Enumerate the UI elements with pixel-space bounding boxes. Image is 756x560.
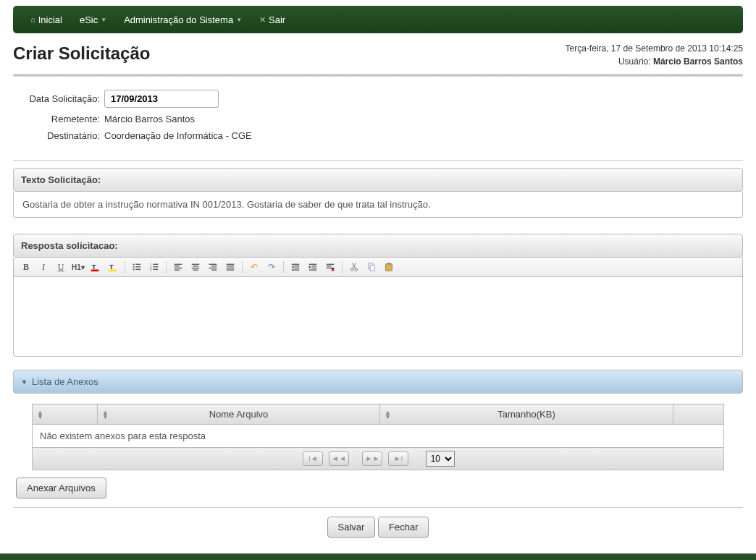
svg-rect-43 (327, 266, 332, 266)
svg-rect-23 (193, 270, 198, 271)
cut-button[interactable] (346, 260, 362, 274)
svg-point-4 (133, 263, 135, 265)
destinatario-value: Coordenação de Informática - CGE (104, 130, 252, 141)
svg-point-8 (133, 268, 135, 270)
collapse-icon: ▼ (21, 378, 28, 386)
italic-button[interactable]: I (35, 260, 51, 274)
date-input[interactable] (104, 90, 219, 108)
editor-textarea[interactable] (13, 277, 743, 357)
texto-body: Gostaria de obter a instrução normativa … (13, 192, 743, 218)
svg-rect-27 (211, 270, 217, 271)
svg-marker-33 (292, 265, 294, 268)
svg-rect-15 (153, 269, 158, 270)
paste-button[interactable] (381, 260, 397, 274)
pager-last[interactable]: ►ı (388, 451, 408, 466)
pager-prev[interactable]: ◄◄ (329, 451, 349, 466)
svg-rect-13 (153, 266, 158, 267)
font-color-button[interactable]: T (88, 260, 104, 274)
svg-rect-41 (309, 270, 317, 271)
highlight-button[interactable]: T (105, 260, 121, 274)
nav-esic[interactable]: eSic▼ (71, 6, 115, 33)
ordered-list-button[interactable]: 123 (146, 260, 162, 274)
svg-rect-25 (211, 266, 217, 266)
svg-rect-35 (294, 268, 299, 268)
align-center-button[interactable] (188, 260, 203, 274)
nav-admin-label: Administração do Sistema (124, 14, 233, 25)
copy-button[interactable] (364, 260, 379, 274)
svg-rect-32 (292, 264, 300, 265)
svg-rect-21 (193, 266, 198, 266)
svg-rect-29 (227, 266, 235, 266)
redo-button[interactable]: ↷ (264, 260, 280, 274)
align-right-button[interactable] (205, 260, 221, 274)
undo-button[interactable]: ↶ (246, 260, 262, 274)
svg-rect-31 (227, 270, 235, 271)
align-justify-button[interactable] (222, 260, 238, 274)
user-label: Usuário: (618, 56, 651, 67)
svg-point-47 (351, 268, 354, 271)
unordered-list-button[interactable] (129, 260, 145, 274)
align-left-button[interactable] (170, 260, 186, 274)
footer (0, 553, 756, 560)
anexos-empty: Não existem anexos para esta resposta (33, 425, 724, 448)
navbar: ⌂Inicial eSic▼ Administração do Sistema▼… (13, 6, 743, 33)
bold-button[interactable]: B (18, 260, 34, 274)
pager-first[interactable]: ı◄ (303, 451, 323, 466)
divider (13, 507, 743, 508)
svg-rect-54 (387, 263, 390, 265)
svg-rect-53 (386, 264, 392, 271)
svg-point-6 (133, 266, 135, 268)
header-datetime: Terça-feira, 17 de Setembro de 2013 10:1… (566, 43, 744, 54)
remove-format-button[interactable] (322, 260, 338, 274)
nav-admin[interactable]: Administração do Sistema▼ (115, 6, 251, 33)
indent-button[interactable] (305, 260, 321, 274)
svg-line-49 (353, 263, 356, 268)
remetente-label: Remetente: (19, 114, 104, 124)
svg-rect-34 (294, 266, 299, 266)
svg-rect-22 (192, 268, 200, 268)
svg-text:T: T (109, 263, 114, 271)
svg-rect-1 (91, 270, 99, 272)
nav-sair[interactable]: ✕Sair (251, 6, 294, 33)
close-icon: ✕ (259, 15, 266, 25)
sort-icon: ▲▼ (385, 410, 391, 419)
svg-rect-24 (209, 264, 217, 265)
svg-rect-17 (175, 266, 180, 266)
svg-rect-7 (135, 266, 140, 267)
underline-button[interactable]: U (53, 260, 69, 274)
outdent-button[interactable] (287, 260, 303, 274)
destinatario-label: Destinatário: (19, 130, 104, 141)
svg-rect-20 (192, 264, 200, 265)
salvar-button[interactable]: Salvar (327, 517, 376, 538)
pager-next[interactable]: ►► (362, 451, 382, 466)
anexos-header-label: Lista de Anexos (32, 376, 98, 387)
chevron-down-icon: ▼ (236, 17, 242, 23)
nav-inicial[interactable]: ⌂Inicial (22, 6, 71, 33)
col-sort[interactable]: ▲▼ (33, 404, 98, 425)
remetente-value: Márcio Barros Santos (104, 114, 195, 124)
heading-button[interactable]: H1▾ (70, 260, 86, 274)
fechar-button[interactable]: Fechar (378, 517, 429, 538)
svg-rect-16 (175, 264, 182, 265)
chevron-down-icon: ▼ (101, 17, 106, 23)
svg-rect-9 (135, 269, 140, 270)
svg-line-50 (352, 263, 355, 268)
anexar-button[interactable]: Anexar Arquivos (16, 478, 106, 499)
resposta-header: Resposta solicitacao: (13, 234, 743, 258)
svg-rect-26 (209, 268, 217, 268)
col-nome[interactable]: ▲▼Nome Arquivo (98, 404, 380, 425)
nav-sair-label: Sair (269, 14, 285, 25)
svg-rect-42 (327, 264, 335, 265)
svg-rect-37 (309, 264, 317, 265)
svg-text:T: T (92, 263, 96, 271)
svg-rect-39 (311, 266, 316, 266)
date-label: Data Solicitação: (19, 93, 104, 104)
home-icon: ⌂ (30, 15, 35, 24)
pager-size[interactable]: 10 (426, 451, 455, 467)
nav-esic-label: eSic (80, 14, 98, 25)
editor-toolbar: B I U H1▾ T T 123 ↶ ↷ (13, 258, 743, 277)
svg-rect-30 (227, 268, 235, 268)
col-actions (673, 404, 724, 425)
anexos-header[interactable]: ▼ Lista de Anexos (13, 370, 743, 394)
col-tamanho[interactable]: ▲▼Tamanho(KB) (380, 404, 673, 425)
